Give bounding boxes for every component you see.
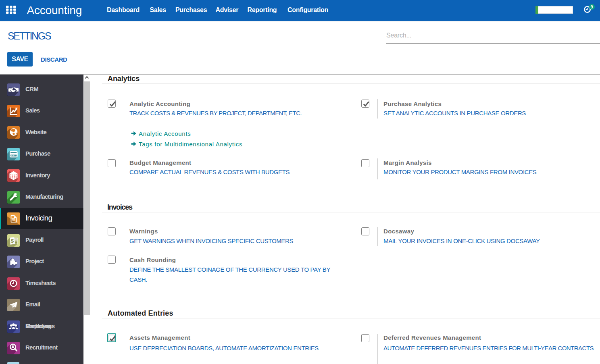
svg-text:$: $ bbox=[11, 238, 14, 244]
